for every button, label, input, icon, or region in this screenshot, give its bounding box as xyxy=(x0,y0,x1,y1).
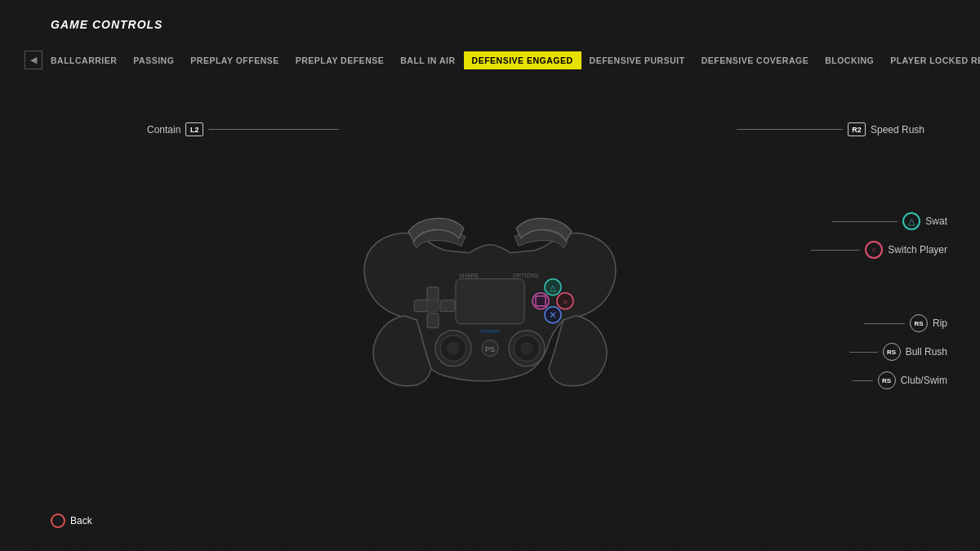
back-label: Back xyxy=(70,515,92,527)
nav-tab-passing[interactable]: PASSING xyxy=(125,51,182,69)
switch-player-label: Switch Player xyxy=(888,244,947,256)
nav-tab-preplay-offense[interactable]: PREPLAY OFFENSE xyxy=(182,51,287,69)
bull-rush-label: Bull Rush xyxy=(906,346,947,358)
rs-badge-rip: RS xyxy=(910,314,928,332)
svg-point-30 xyxy=(447,341,460,354)
nav-tab-defensive-coverage[interactable]: DEFENSIVE COVERAGE xyxy=(693,51,817,69)
annotation-bull-rush: RS Bull Rush xyxy=(849,343,947,361)
nav-left-arrow[interactable]: ◀ xyxy=(24,51,42,69)
swat-label: Swat xyxy=(925,216,947,227)
page-title: GAME CONTROLS xyxy=(51,18,163,31)
nav-tab-defensive-engaged[interactable]: DEFENSIVE ENGAGED xyxy=(464,51,581,69)
svg-rect-0 xyxy=(456,278,524,323)
circle-icon: ○ xyxy=(865,241,883,259)
tabs-container: BALLCARRIERPASSINGPREPLAY OFFENSEPREPLAY… xyxy=(42,51,980,69)
svg-text:PS: PS xyxy=(485,344,495,353)
svg-text:○: ○ xyxy=(563,296,568,305)
annotation-switch-player: ○ Switch Player xyxy=(811,241,947,259)
rs-badge-bull-rush: RS xyxy=(883,343,901,361)
club-swim-label: Club/Swim xyxy=(901,375,947,386)
nav-tab-player-locked-receiver[interactable]: PLAYER LOCKED RECEIVER xyxy=(882,51,980,69)
annotation-speed-rush: R2 Speed Rush xyxy=(737,122,924,136)
svg-rect-17 xyxy=(414,300,429,311)
annotation-swat: △ Swat xyxy=(832,212,947,230)
svg-text:OPTIONS: OPTIONS xyxy=(513,272,539,278)
r2-badge: R2 xyxy=(848,122,866,136)
svg-rect-19 xyxy=(427,300,439,311)
nav-bar: ◀ BALLCARRIERPASSINGPREPLAY OFFENSEPREPL… xyxy=(0,51,980,69)
nav-tab-blocking[interactable]: BLOCKING xyxy=(817,51,882,69)
nav-tab-defensive-pursuit[interactable]: DEFENSIVE PURSUIT xyxy=(581,51,693,69)
svg-text:SHARE: SHARE xyxy=(459,272,479,278)
contain-label: Contain xyxy=(147,124,180,136)
nav-tab-ballcarrier[interactable]: BALLCARRIER xyxy=(42,51,125,69)
rip-label: Rip xyxy=(933,318,947,329)
nav-tab-preplay-defense[interactable]: PREPLAY DEFENSE xyxy=(287,51,392,69)
controller-image: SHARE OPTIONS PS △ xyxy=(335,189,645,420)
svg-rect-15 xyxy=(427,287,439,301)
controller-section: SHARE OPTIONS PS △ xyxy=(0,98,980,502)
annotation-club-swim: RS Club/Swim xyxy=(853,371,947,389)
l2-badge: L2 xyxy=(185,122,203,136)
svg-rect-18 xyxy=(440,300,455,311)
svg-text:△: △ xyxy=(550,282,556,291)
rs-badge-club-swim: RS xyxy=(878,371,896,389)
svg-point-26 xyxy=(532,292,549,309)
back-button[interactable]: Back xyxy=(51,513,92,528)
svg-point-33 xyxy=(520,341,533,354)
annotation-contain: Contain L2 xyxy=(147,122,339,136)
svg-rect-34 xyxy=(480,329,500,332)
svg-rect-16 xyxy=(427,313,439,327)
nav-tab-ball-in-air[interactable]: BALL IN AIR xyxy=(392,51,463,69)
triangle-icon: △ xyxy=(902,212,920,230)
svg-text:✕: ✕ xyxy=(549,309,557,320)
speed-rush-label: Speed Rush xyxy=(871,124,924,136)
annotation-rip: RS Rip xyxy=(864,314,947,332)
back-circle-icon xyxy=(51,513,65,528)
